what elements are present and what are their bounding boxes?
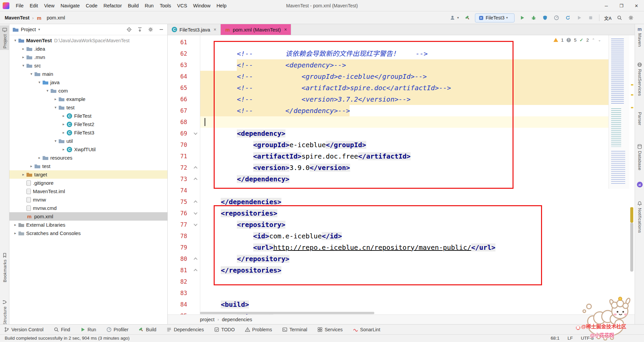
- chevron-down-icon[interactable]: ⌄: [598, 38, 601, 42]
- hide-panel-icon[interactable]: [158, 27, 164, 33]
- editor-hscrollbar[interactable]: [168, 311, 629, 315]
- tree-row-filetest3[interactable]: ▸CFileTest3: [9, 128, 167, 137]
- hammer-button[interactable]: [464, 13, 471, 22]
- tool-button-build[interactable]: Build: [139, 327, 156, 332]
- tool-stripe-maven[interactable]: m Maven: [635, 25, 644, 48]
- hscrollbar-thumb[interactable]: [200, 312, 374, 314]
- chevron-right-icon[interactable]: ▸: [60, 130, 67, 135]
- chevron-right-icon[interactable]: ▸: [20, 55, 26, 59]
- code-line-73[interactable]: 73 </dependency>: [168, 173, 635, 185]
- tool-stripe-notifications[interactable]: Notifications: [635, 199, 644, 234]
- menu-code[interactable]: Code: [83, 0, 101, 11]
- play-button[interactable]: [518, 13, 526, 22]
- minimize-button[interactable]: ─: [599, 0, 614, 11]
- code-line-81[interactable]: 81 </repositories>: [168, 265, 635, 276]
- menu-help[interactable]: Help: [213, 0, 229, 11]
- tool-stripe-restservices[interactable]: RestServices: [635, 60, 644, 97]
- maximize-button[interactable]: ❐: [614, 0, 629, 11]
- inspection-widget[interactable]: 1 ! 5 ✓ 2 ⌃ ⌄: [553, 37, 601, 43]
- menu-build[interactable]: Build: [125, 0, 142, 11]
- line-ending[interactable]: LF: [568, 335, 573, 342]
- chevron-right-icon[interactable]: ▸: [12, 223, 18, 227]
- tool-button-services[interactable]: Services: [317, 327, 343, 332]
- scrollbar-thumb[interactable]: [630, 223, 633, 272]
- code-minimap[interactable]: [608, 35, 629, 189]
- code-line-64[interactable]: 64 <!-- <groupId>e-iceblue</groupId>-->: [168, 71, 635, 82]
- close-button[interactable]: ✕: [629, 0, 644, 11]
- fold-end-icon[interactable]: [194, 258, 197, 261]
- tree-row-example[interactable]: ▸example: [9, 95, 167, 103]
- profiler-button[interactable]: [552, 13, 560, 22]
- tool-button-dependencies[interactable]: Dependencies: [166, 327, 204, 332]
- close-icon[interactable]: ×: [284, 27, 287, 32]
- code-line-75[interactable]: 75 </dependencies>: [168, 196, 635, 208]
- gear-icon[interactable]: [148, 27, 153, 33]
- tool-stripe-structure[interactable]: Structure: [0, 298, 9, 326]
- tool-button-find[interactable]: Find: [54, 327, 70, 332]
- tool-button-sonarlint[interactable]: SonarLint: [353, 327, 380, 332]
- tree-row-target[interactable]: ▸target: [9, 170, 167, 179]
- breadcrumb-project[interactable]: MavenTest: [5, 15, 30, 20]
- tree-row-mvnw-cmd[interactable]: mvnw.cmd: [9, 204, 167, 212]
- code-line-67[interactable]: 67 <!-- </dependency>-->: [168, 105, 635, 116]
- chevron-down-icon[interactable]: ▾: [28, 72, 35, 76]
- rerun-button[interactable]: [564, 13, 572, 22]
- chevron-right-icon[interactable]: ▸: [20, 172, 26, 177]
- code-line-78[interactable]: 78 <id>com.e-iceblue</id>: [168, 230, 635, 242]
- tree-row-mvnw[interactable]: mvnw: [9, 195, 167, 204]
- menu-tools[interactable]: Tools: [157, 0, 174, 11]
- tool-button-problems[interactable]: Problems: [245, 327, 272, 332]
- tree-row-idea[interactable]: ▸.idea: [9, 45, 167, 53]
- editor-scrollbar[interactable]: [629, 35, 635, 315]
- tree-row-java[interactable]: ▾java: [9, 78, 167, 87]
- tree-row-xwpftutil[interactable]: ▸CXwpfTUtil: [9, 145, 167, 154]
- gear-button[interactable]: [627, 13, 635, 22]
- person-button[interactable]: ▾: [449, 13, 460, 22]
- tool-button-run[interactable]: Run: [80, 327, 96, 332]
- translate-button[interactable]: 文A: [604, 13, 612, 22]
- code-line-62[interactable]: 62 <!-- 该依赖会导致新的文件出现红字警告！ -->: [168, 48, 635, 59]
- chevron-down-icon[interactable]: ▾: [38, 28, 40, 31]
- caret-position[interactable]: 68:1: [551, 335, 559, 342]
- fold-open-icon[interactable]: [194, 222, 197, 226]
- project-panel-title[interactable]: Project: [21, 27, 36, 32]
- collapse-all-icon[interactable]: [137, 27, 143, 33]
- debug-button[interactable]: [530, 13, 537, 22]
- fold-end-icon[interactable]: [194, 166, 197, 170]
- chevron-right-icon[interactable]: ▸: [60, 122, 67, 126]
- chevron-down-icon[interactable]: ▾: [36, 80, 43, 84]
- chevron-right-icon[interactable]: ▸: [36, 156, 43, 160]
- chevron-down-icon[interactable]: ▾: [12, 38, 18, 43]
- code-line-77[interactable]: 77 <repository>: [168, 219, 635, 230]
- tool-button-profiler[interactable]: Profiler: [106, 327, 128, 332]
- tree-row-maventest[interactable]: ▾MavenTestD:\Java\JavaWorkSpace\MavenTes…: [9, 36, 167, 45]
- fold-end-icon[interactable]: [194, 201, 197, 204]
- tab-filetest3-java[interactable]: C FileTest3.java ×: [168, 24, 221, 35]
- breadcrumb-dependencies-tag[interactable]: dependencies: [222, 317, 252, 322]
- menu-refactor[interactable]: Refactor: [100, 0, 125, 11]
- menu-window[interactable]: Window: [190, 0, 214, 11]
- code-line-70[interactable]: 70 <groupId>e-iceblue</groupId>: [168, 139, 635, 151]
- chevron-right-icon[interactable]: ▸: [28, 164, 35, 168]
- tree-row-filetest2[interactable]: ▸CFileTest2: [9, 120, 167, 128]
- code-line-72[interactable]: 72 <version>3.9.0</version>: [168, 162, 635, 173]
- tree-row-mvn[interactable]: ▸.mvn: [9, 53, 167, 61]
- breadcrumb-file[interactable]: pom.xml: [47, 15, 65, 20]
- fold-open-icon[interactable]: [194, 131, 197, 135]
- chevron-right-icon[interactable]: ▸: [52, 97, 59, 101]
- tree-row-test[interactable]: ▸test: [9, 162, 167, 170]
- code-line-69[interactable]: 69 <dependency>: [168, 128, 635, 139]
- tree-row-com[interactable]: ▾com: [9, 87, 167, 95]
- code-line-82[interactable]: 82: [168, 276, 635, 287]
- code-line-63[interactable]: 63 <!-- <dependency>-->: [168, 59, 635, 71]
- chevron-down-icon[interactable]: ▾: [20, 63, 26, 68]
- run-config-combo[interactable]: FileTest3▾: [475, 13, 515, 22]
- chevron-up-icon[interactable]: ⌃: [592, 38, 595, 42]
- tool-button-version-control[interactable]: Version Control: [4, 327, 44, 332]
- tree-row-resources[interactable]: ▸resources: [9, 154, 167, 162]
- tree-row-gitignore[interactable]: .gitignore: [9, 179, 167, 187]
- file-encoding[interactable]: UTF-8: [581, 335, 594, 342]
- tree-row-scratches-and-consoles[interactable]: ▸Scratches and Consoles: [9, 229, 167, 237]
- tree-row-filetest[interactable]: ▸CFileTest: [9, 112, 167, 120]
- code-line-65[interactable]: 65 <!-- <artifactId>spire.doc</artifactI…: [168, 82, 635, 94]
